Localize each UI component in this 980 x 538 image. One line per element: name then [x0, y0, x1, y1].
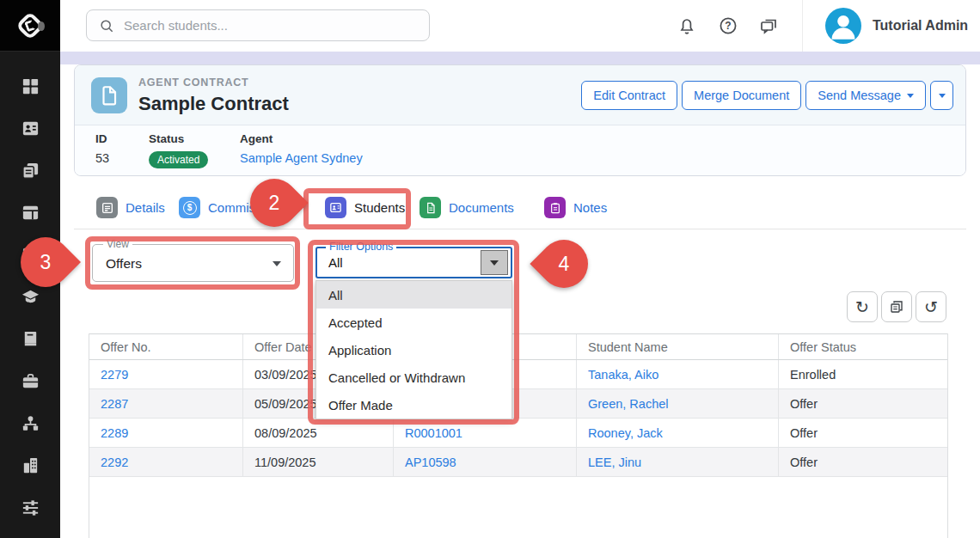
sidebar-item-dashboard[interactable] [0, 65, 60, 107]
offer-no-link[interactable]: 2287 [101, 397, 128, 411]
student-name-link[interactable]: Tanaka, Aiko [588, 368, 658, 382]
sidebar-item-employers[interactable] [0, 360, 60, 402]
search-input[interactable] [124, 18, 407, 33]
table-row: 2292 11/09/2025 AP10598 LEE, Jinu Offer [89, 448, 947, 477]
tab-students-label: Students [354, 200, 405, 215]
sidebar-item-settings[interactable] [0, 486, 60, 529]
dashboard-icon [21, 76, 40, 96]
send-message-button[interactable]: Send Message [805, 81, 926, 110]
graduation-cap-icon [21, 287, 40, 307]
caret-down-icon [939, 94, 946, 98]
view-select-label: View [103, 238, 132, 250]
contract-actions: Edit Contract Merge Document Send Messag… [581, 81, 953, 110]
commissions-tab-icon: $ [179, 197, 200, 218]
notifications-bell-icon[interactable] [677, 15, 697, 36]
offer-no-link[interactable]: 2289 [101, 426, 128, 440]
edit-contract-button[interactable]: Edit Contract [581, 81, 677, 110]
page-background-band [60, 52, 980, 64]
tab-documents[interactable]: Documents [420, 197, 514, 218]
student-name-link[interactable]: LEE, Jinu [588, 455, 641, 469]
search-box[interactable] [86, 9, 430, 41]
caret-down-icon [907, 94, 914, 98]
offer-no-link[interactable]: 2279 [101, 368, 128, 382]
menu-item-offer-made[interactable]: Offer Made [316, 391, 511, 419]
menu-item-accepted[interactable]: Accepted [316, 309, 511, 336]
agents-network-icon [21, 413, 40, 433]
tab-notes[interactable]: Notes [544, 197, 607, 218]
building-icon [21, 455, 40, 475]
filter-options-select[interactable]: Filter Options All [315, 247, 512, 278]
student-name-link[interactable]: Rooney, Jack [588, 426, 663, 440]
id-label: ID [95, 132, 109, 145]
more-actions-button[interactable] [930, 81, 953, 110]
offer-date-cell: 11/09/2025 [243, 448, 394, 476]
annotation-pin-4-number: 4 [559, 252, 570, 275]
menu-item-application[interactable]: Application [316, 336, 511, 364]
annotation-pin-3-number: 3 [40, 250, 52, 273]
briefcase-icon [21, 371, 40, 391]
status-badge: Activated [149, 151, 208, 168]
agent-label: Agent [240, 132, 363, 145]
refresh-button[interactable]: ↻ [847, 291, 878, 322]
tab-students[interactable]: Students [325, 197, 405, 218]
app-logo[interactable] [0, 0, 60, 52]
menu-item-cancelled-or-withdrawn[interactable]: Cancelled or Withdrawn [316, 364, 511, 391]
tab-details[interactable]: Details [96, 197, 165, 218]
caret-down-icon [490, 260, 499, 266]
student-name-link[interactable]: Green, Rachel [588, 397, 669, 411]
contract-title-section: AGENT CONTRACT Sample Contract Edit Cont… [75, 65, 965, 125]
help-icon[interactable]: ? [718, 15, 738, 36]
offer-date-cell: 08/09/2025 [243, 419, 394, 447]
sliders-icon [21, 498, 40, 517]
column-header-student-name[interactable]: Student Name [577, 334, 779, 359]
avatar-person-icon [825, 8, 861, 44]
dollar-glyph: $ [183, 201, 197, 215]
sidebar-item-boards[interactable] [0, 192, 60, 234]
sidebar-item-applications[interactable] [0, 150, 60, 192]
table-header-row: Offer No. Offer Date Student Name Offer … [89, 333, 947, 360]
tab-documents-label: Documents [449, 200, 514, 215]
student-card-icon [21, 119, 40, 138]
documents-tab-icon [420, 197, 441, 218]
table-row: 2287 05/09/2025 Green, Rachel Offer [89, 389, 947, 419]
column-header-offer-status[interactable]: Offer Status [779, 334, 947, 359]
contract-type-label: AGENT CONTRACT [138, 76, 249, 89]
filter-options-value: All [328, 255, 343, 270]
contract-header-card: AGENT CONTRACT Sample Contract Edit Cont… [74, 64, 966, 176]
merge-document-button[interactable]: Merge Document [682, 81, 801, 110]
refresh-icon: ↻ [855, 297, 869, 317]
filter-dropdown-arrow-button[interactable] [481, 250, 508, 275]
view-select-value: Offers [106, 256, 142, 272]
student-no-link[interactable]: R0001001 [405, 426, 462, 440]
audit-history-button[interactable]: ↺ [916, 291, 946, 322]
table-row: 2279 03/09/2025 Tanaka, Aiko Enrolled [89, 360, 947, 389]
sidebar-item-students[interactable] [0, 107, 60, 150]
view-select[interactable]: View Offers [92, 244, 294, 282]
tab-notes-label: Notes [573, 200, 607, 215]
column-header-offer-no[interactable]: Offer No. [89, 334, 243, 359]
status-label: Status [149, 132, 208, 145]
sidebar-item-subjects[interactable] [0, 318, 60, 360]
history-icon: ↺ [924, 297, 938, 317]
table-row: 2289 08/09/2025 R0001001 Rooney, Jack Of… [89, 419, 947, 448]
user-avatar[interactable] [825, 8, 861, 44]
sidebar-item-agents[interactable] [0, 402, 60, 444]
student-no-link[interactable]: AP10598 [405, 455, 456, 469]
book-icon [21, 329, 40, 349]
topbar-divider [802, 0, 803, 52]
tab-details-label: Details [126, 200, 165, 215]
page-title: Sample Contract [138, 93, 289, 115]
contract-agent-field: Agent Sample Agent Sydney [240, 132, 363, 165]
tabs-divider [74, 229, 966, 229]
messages-chat-icon[interactable] [758, 15, 779, 36]
help-glyph: ? [718, 15, 738, 36]
layout-icon [21, 203, 40, 223]
user-name[interactable]: Tutorial Admin [873, 18, 968, 34]
copy-grid-button[interactable] [881, 291, 912, 322]
caret-down-icon [273, 261, 281, 266]
menu-item-all[interactable]: All [316, 281, 511, 309]
sidebar-item-organisations[interactable] [0, 444, 60, 486]
offer-no-link[interactable]: 2292 [101, 455, 128, 469]
offer-status-cell: Offer [779, 419, 947, 447]
agent-link[interactable]: Sample Agent Sydney [240, 151, 363, 165]
